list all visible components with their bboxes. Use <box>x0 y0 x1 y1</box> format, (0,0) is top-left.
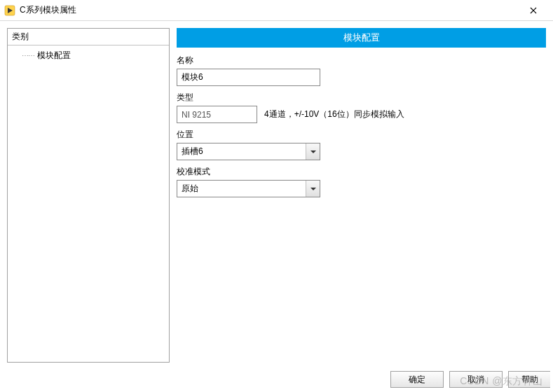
footer-buttons: 确定 取消 帮助 <box>390 371 553 388</box>
close-button[interactable] <box>519 1 547 20</box>
calibration-label: 校准模式 <box>177 166 546 178</box>
category-tree: ⋯⋯ 模块配置 <box>8 46 169 362</box>
position-value: 插槽6 <box>177 146 306 158</box>
type-input <box>177 106 257 123</box>
titlebar: C系列模块属性 <box>0 0 553 21</box>
type-description: 4通道，+/-10V（16位）同步模拟输入 <box>264 108 404 120</box>
calibration-dropdown-button[interactable] <box>306 181 320 197</box>
chevron-down-icon <box>310 188 316 190</box>
calibration-value: 原始 <box>177 183 306 195</box>
content-area: 类别 ⋯⋯ 模块配置 模块配置 名称 类型 4通道，+/-10V（16位）同步模… <box>0 21 553 363</box>
tree-item-label: 模块配置 <box>37 50 71 62</box>
app-icon <box>4 5 15 16</box>
cancel-button[interactable]: 取消 <box>449 371 503 388</box>
name-label: 名称 <box>177 55 546 66</box>
form-area: 名称 类型 4通道，+/-10V（16位）同步模拟输入 位置 插槽6 校准模式 <box>177 48 546 197</box>
tree-item-module-config[interactable]: ⋯⋯ 模块配置 <box>12 48 165 63</box>
name-input[interactable] <box>177 69 320 86</box>
ok-button[interactable]: 确定 <box>390 371 444 388</box>
tree-branch-icon: ⋯⋯ <box>22 52 34 59</box>
help-button[interactable]: 帮助 <box>508 371 550 388</box>
window-title: C系列模块属性 <box>20 4 76 16</box>
section-header: 模块配置 <box>177 28 546 48</box>
calibration-select[interactable]: 原始 <box>177 180 320 197</box>
category-header: 类别 <box>8 29 169 46</box>
position-dropdown-button[interactable] <box>306 144 320 160</box>
type-label: 类型 <box>177 92 546 104</box>
chevron-down-icon <box>310 150 316 153</box>
category-panel: 类别 ⋯⋯ 模块配置 <box>7 28 170 363</box>
position-select[interactable]: 插槽6 <box>177 143 320 160</box>
right-panel: 模块配置 名称 类型 4通道，+/-10V（16位）同步模拟输入 位置 插槽6 … <box>170 28 546 363</box>
position-label: 位置 <box>177 129 546 141</box>
